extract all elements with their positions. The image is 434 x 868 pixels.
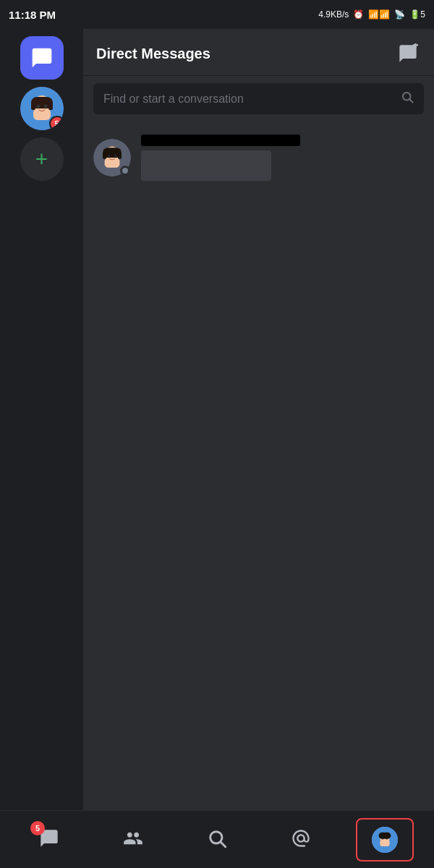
alarm-icon: ⏰ [353,9,364,20]
svg-point-19 [114,154,116,157]
dm-info [141,135,424,181]
home-badge: 5 [30,821,45,835]
network-speed: 4.9KB/s [318,9,349,20]
svg-point-26 [382,838,383,839]
dm-list [83,122,434,194]
svg-point-6 [36,105,40,109]
bottom-nav: 5 [0,810,434,868]
search-bar[interactable] [93,83,424,114]
dm-list-item[interactable] [83,127,434,188]
svg-rect-24 [380,840,389,846]
new-dm-button[interactable] [395,41,421,67]
signal-icons: 📶📶 [368,9,390,20]
svg-rect-5 [48,103,53,110]
svg-rect-4 [31,103,35,110]
status-right: 4.9KB/s ⏰ 📶📶 📡 🔋5 [318,9,425,20]
main-panel: Direct Messages [83,29,434,810]
status-time: 11:18 PM [9,9,56,21]
panel-title: Direct Messages [96,46,210,62]
add-server-button[interactable]: + [20,137,64,181]
svg-point-18 [108,154,111,157]
svg-point-7 [43,105,47,109]
dm-avatar-wrap [93,139,131,176]
wifi-icon: 📡 [394,9,405,20]
dm-status-indicator [120,166,130,176]
new-dm-icon [398,43,418,64]
dm-name-redacted [141,135,300,146]
search-icon [401,90,414,107]
status-bar: 11:18 PM 4.9KB/s ⏰ 📶📶 📡 🔋5 [0,0,434,29]
search-nav-icon [207,828,227,851]
svg-line-21 [221,842,225,846]
battery-icon: 🔋5 [409,9,425,20]
app-container: 5 + Direct Messages [0,29,434,810]
sidebar: 5 + [0,29,83,810]
svg-line-11 [409,99,412,102]
sidebar-avatar[interactable]: 5 [20,87,64,130]
mention-icon [291,828,311,851]
sidebar-dm-button[interactable] [20,36,64,80]
nav-item-search[interactable] [188,818,246,861]
chat-bubble-icon [30,46,54,69]
svg-point-27 [386,838,388,839]
sidebar-notification-badge: 5 [49,116,64,130]
nav-item-profile[interactable] [356,818,414,861]
svg-rect-2 [33,109,51,120]
svg-rect-16 [103,153,106,159]
svg-rect-17 [118,153,122,159]
nav-item-mentions[interactable] [272,818,330,861]
dm-message-preview [141,150,271,181]
profile-avatar [372,827,398,853]
svg-rect-25 [379,832,391,838]
panel-header: Direct Messages [83,29,434,76]
nav-item-home[interactable]: 5 [20,818,78,861]
nav-item-friends[interactable] [104,818,162,861]
search-input[interactable] [103,93,393,106]
friends-icon [123,828,143,851]
